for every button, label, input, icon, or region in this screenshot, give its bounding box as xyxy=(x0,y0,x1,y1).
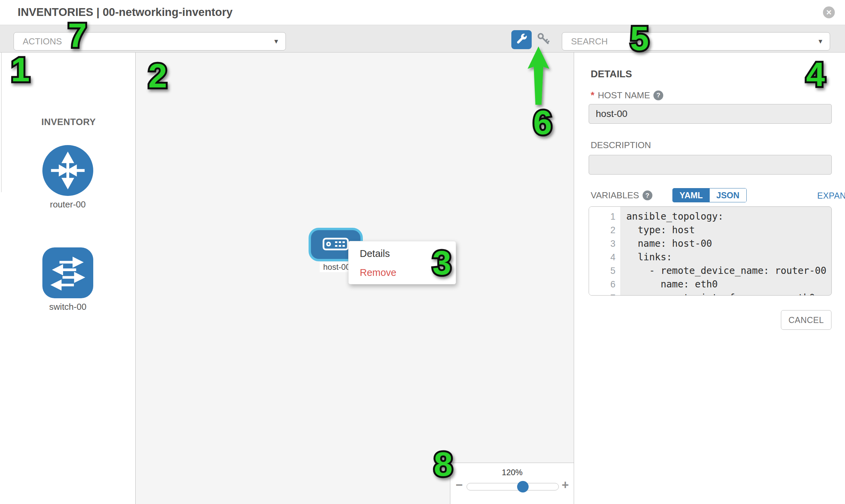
search-dropdown-label: SEARCH xyxy=(571,36,608,47)
topology-canvas[interactable]: host-00 Details Remove 120% − + xyxy=(136,53,574,504)
line-number: 6 xyxy=(589,277,620,291)
line-number: 1 xyxy=(589,210,620,223)
tools-button[interactable] xyxy=(511,30,532,49)
sidebar-item-router[interactable]: router-00 xyxy=(34,145,102,210)
line-number: 5 xyxy=(589,264,620,277)
code-line: ansible_topology: xyxy=(626,210,831,223)
code-line: name: eth0 xyxy=(626,277,831,291)
line-number: 7 xyxy=(589,291,620,295)
format-toggle: YAML JSON xyxy=(672,188,747,202)
description-label: DESCRIPTION xyxy=(591,140,651,150)
code-gutter: 1 2 3 4 5 6 7 xyxy=(589,207,620,295)
variables-label-row: VARIABLES ? YAML JSON EXPAND xyxy=(591,190,652,201)
toggle-yaml[interactable]: YAML xyxy=(673,188,710,202)
header-bar: INVENTORIES | 00-networking-inventory ✕ xyxy=(0,0,845,25)
code-line: type: host xyxy=(626,223,831,237)
host-name-label: HOST NAME xyxy=(598,90,650,101)
key-icon xyxy=(536,31,551,48)
code-line: - remote_device_name: router-00 xyxy=(626,264,831,277)
actions-dropdown-label: ACTIONS xyxy=(23,36,62,47)
menu-item-details[interactable]: Details xyxy=(349,244,456,263)
details-panel: DETAILS * HOST NAME ? DESCRIPTION VARIAB… xyxy=(575,53,845,504)
device-label: switch-00 xyxy=(34,302,102,312)
actions-dropdown[interactable]: ACTIONS ▾ xyxy=(14,32,286,51)
inventory-heading: INVENTORY xyxy=(41,117,96,127)
zoom-out-icon[interactable]: − xyxy=(453,478,465,492)
router-icon xyxy=(42,145,93,196)
chevron-down-icon: ▾ xyxy=(818,37,822,46)
host-icon xyxy=(322,237,349,252)
description-field[interactable] xyxy=(589,155,832,175)
cancel-button[interactable]: CANCEL xyxy=(781,310,831,330)
code-line: remote_interface_name: eth0 xyxy=(626,291,831,295)
search-dropdown[interactable]: SEARCH ▾ xyxy=(562,32,830,51)
variables-label: VARIABLES xyxy=(591,190,639,201)
sidebar-scrollbar[interactable] xyxy=(0,53,2,192)
toggle-json[interactable]: JSON xyxy=(710,188,746,202)
zoom-level: 120% xyxy=(450,468,574,477)
inventory-sidebar: INVENTORY router-00 xyxy=(0,53,136,504)
expand-link[interactable]: EXPAND xyxy=(817,191,845,201)
menu-item-remove[interactable]: Remove xyxy=(349,263,456,282)
line-number: 2 xyxy=(589,223,620,237)
switch-icon xyxy=(42,248,93,298)
help-icon[interactable]: ? xyxy=(642,191,652,200)
help-icon[interactable]: ? xyxy=(653,90,663,100)
close-icon[interactable]: ✕ xyxy=(823,6,835,18)
zoom-in-icon[interactable]: + xyxy=(559,478,571,492)
chevron-down-icon: ▾ xyxy=(274,37,278,46)
description-label-row: DESCRIPTION xyxy=(591,140,651,150)
code-line: links: xyxy=(626,251,831,264)
sidebar-item-switch[interactable]: switch-00 xyxy=(34,248,102,312)
line-number: 4 xyxy=(589,251,620,264)
key-button[interactable] xyxy=(535,31,552,49)
wrench-icon xyxy=(515,33,528,47)
context-menu: Details Remove xyxy=(348,241,456,284)
host-name-field[interactable] xyxy=(589,104,832,124)
details-heading: DETAILS xyxy=(591,69,632,80)
toolbar: ACTIONS ▾ SEARCH ▾ xyxy=(0,25,845,53)
variables-code-editor[interactable]: 1 2 3 4 5 6 7 ansible_topology: type: ho… xyxy=(589,206,832,295)
device-label: router-00 xyxy=(34,199,102,210)
host-name-label-row: * HOST NAME ? xyxy=(591,90,663,101)
required-asterisk: * xyxy=(591,90,594,101)
code-line: name: host-00 xyxy=(626,237,831,251)
code-area: ansible_topology: type: host name: host-… xyxy=(620,207,831,295)
zoom-slider-handle[interactable] xyxy=(517,481,529,492)
line-number: 3 xyxy=(589,237,620,251)
zoom-slider-track[interactable] xyxy=(466,483,559,490)
page-title: INVENTORIES | 00-networking-inventory xyxy=(18,6,233,19)
zoom-control: 120% − + xyxy=(450,463,574,504)
